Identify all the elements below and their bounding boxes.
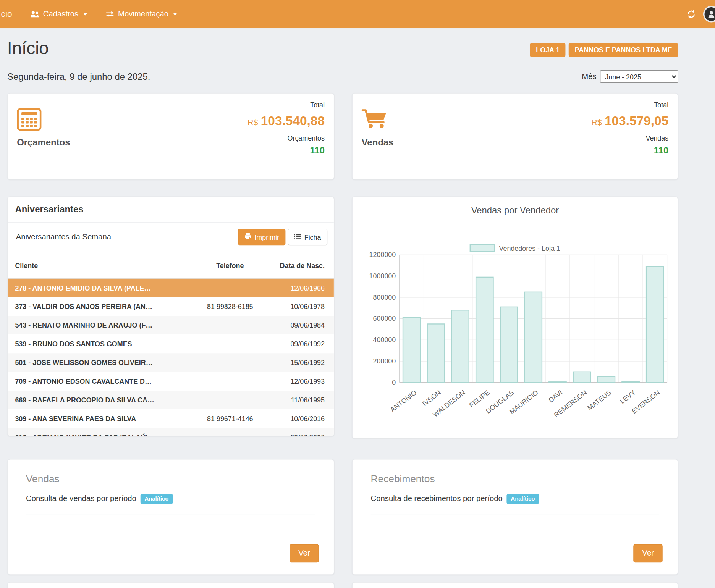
table-row[interactable]: 501 - JOSE WELISSON GOMES OLIVEIR…15/06/… — [8, 353, 334, 372]
chart-title: Vendas por Vendedor — [353, 205, 678, 215]
phone-cell — [190, 353, 270, 372]
client-cell: 309 - ANA SEVERINA PAES DA SILVA — [8, 409, 190, 428]
ficha-button[interactable]: Ficha — [288, 229, 327, 245]
birthdate-cell: 09/06/2020 — [270, 428, 334, 436]
aniversariantes-title: Aniversariantes — [15, 204, 326, 215]
recebimentos-panel: Recebimentos Consulta de recebimentos po… — [352, 459, 678, 575]
vendas-title: Vendas — [362, 137, 394, 147]
total-label: Total — [591, 101, 668, 108]
chart-bar-ivson — [427, 324, 445, 382]
menu-cadastros[interactable]: Cadastros — [30, 10, 87, 19]
menu-movimentacao[interactable]: Movimentação — [105, 10, 177, 19]
currency-symbol: R$ — [591, 118, 602, 127]
chevron-down-icon — [173, 13, 177, 15]
exchange-icon — [105, 11, 115, 18]
client-cell: 278 - ANTONIO EMIDIO DA SILVA (PALE… — [8, 278, 190, 297]
table-row[interactable]: 309 - ANA SEVERINA PAES DA SILVA81 99671… — [8, 409, 334, 428]
refresh-icon[interactable] — [687, 10, 696, 19]
month-label: Mês — [582, 72, 596, 81]
chart-bar-davi — [549, 382, 566, 383]
chart-tick-label: 200000 — [373, 357, 396, 365]
chart-tick-label: DAVI — [547, 389, 564, 404]
chart-tick-label: ANTONIO — [389, 389, 418, 414]
menu-cadastros-label: Cadastros — [43, 10, 79, 19]
phone-cell — [190, 372, 270, 391]
currency-symbol: R$ — [247, 118, 258, 127]
app-viewport: Início Cadastros — [0, 0, 715, 588]
table-row[interactable]: 539 - BRUNO DOS SANTOS GOMES09/06/1992 — [8, 334, 334, 353]
chart-tick-label: 400000 — [373, 336, 396, 344]
chart-legend[interactable]: Vendedores - Loja 1 — [353, 244, 678, 252]
table-row[interactable]: 278 - ANTONIO EMIDIO DA SILVA (PALE…12/0… — [8, 278, 334, 297]
calculator-icon — [17, 108, 41, 132]
chart-tick-label: MATEUS — [586, 389, 613, 412]
chart-tick-label: 800000 — [373, 294, 396, 301]
company-badge[interactable]: PANNOS E PANNOS LTDA ME — [569, 43, 678, 57]
aniversariantes-table: Cliente Telefone Data de Nasc. 278 - ANT… — [8, 252, 334, 436]
birthdate-cell: 10/06/2016 — [270, 409, 334, 428]
imprimir-button[interactable]: Imprimir — [238, 229, 285, 245]
orcamentos-count: 110 — [247, 145, 325, 156]
birthdate-cell: 15/06/1992 — [270, 353, 334, 372]
table-row[interactable]: 543 - RENATO MARINHO DE ARAUJO (F…09/06/… — [8, 316, 334, 334]
analitico-badge: Analítico — [507, 494, 539, 503]
table-header-row: Cliente Telefone Data de Nasc. — [8, 252, 334, 278]
shopping-cart-icon — [362, 108, 387, 131]
count-label: Vendas — [591, 134, 668, 142]
vendas-panel-description: Consulta de vendas por período — [26, 494, 136, 503]
imprimir-label: Imprimir — [254, 233, 279, 241]
store-badge[interactable]: LOJA 1 — [530, 43, 566, 57]
chart-tick-label: IVSON — [421, 389, 442, 408]
month-select[interactable]: June - 2025 — [600, 70, 678, 83]
user-avatar[interactable] — [703, 6, 715, 23]
table-row[interactable]: 709 - ANTONIO EDSON CAVALCANTE D…12/06/1… — [8, 372, 334, 391]
client-cell: 616 - ADRIANO XAVIER DA PAZ (BALAÚ) — [8, 428, 190, 436]
chart-bar-mauricio — [525, 292, 542, 383]
table-row[interactable]: 616 - ADRIANO XAVIER DA PAZ (BALAÚ)09/06… — [8, 428, 334, 436]
total-label: Total — [247, 101, 325, 108]
table-row[interactable]: 373 - VALDIR DOS ANJOS PEREIRA (AN…81 99… — [8, 297, 334, 316]
divider — [371, 514, 660, 515]
chart-tick-label: 0 — [392, 379, 396, 386]
ver-vendas-button[interactable]: Ver — [290, 544, 319, 562]
recebimentos-panel-title: Recebimentos — [371, 473, 660, 485]
recebimentos-panel-description: Consulta de recebimentos por período — [371, 494, 503, 503]
list-icon — [294, 233, 301, 241]
client-cell: 543 - RENATO MARINHO DE ARAUJO (F… — [8, 316, 190, 334]
client-cell: 669 - RAFAELA PROCOPIO DA SILVA CA… — [8, 391, 190, 409]
chart-bar-waldeson — [451, 310, 469, 382]
users-icon — [30, 10, 39, 18]
col-data-nasc: Data de Nasc. — [270, 252, 334, 278]
phone-cell — [190, 334, 270, 353]
table-row[interactable]: 669 - RAFAELA PROCOPIO DA SILVA CA…11/06… — [8, 391, 334, 409]
ver-recebimentos-button[interactable]: Ver — [634, 544, 663, 562]
vendas-card: Vendas Total R$103.579,05 Vendas 110 — [352, 93, 678, 180]
vendas-por-vendedor-card: Vendas por Vendedor Vendedores - Loja 1 … — [352, 197, 678, 439]
brand-inicio-link[interactable]: Início — [0, 9, 12, 19]
chevron-down-icon — [83, 13, 87, 15]
chart-bar-mateus — [598, 376, 615, 382]
client-cell: 501 - JOSE WELISSON GOMES OLIVEIR… — [8, 353, 190, 372]
cut-off-card — [352, 582, 678, 588]
chart-bar-levy — [622, 381, 639, 383]
birthdate-cell: 09/06/1984 — [270, 316, 334, 334]
phone-cell — [190, 428, 270, 436]
col-cliente: Cliente — [8, 252, 190, 278]
col-telefone: Telefone — [190, 252, 270, 278]
phone-cell: 81 99828-6185 — [190, 297, 270, 316]
main-content: Início LOJA 1 PANNOS E PANNOS LTDA ME Se… — [0, 28, 685, 588]
phone-cell: 81 99671-4146 — [190, 409, 270, 428]
vendas-total-amount: R$103.579,05 — [591, 114, 668, 128]
vendas-panel: Vendas Consulta de vendas por período An… — [7, 459, 334, 575]
aniversariantes-card: Aniversariantes Aniversariantes da Seman… — [7, 197, 334, 436]
vendas-chart: 020000040000060000080000010000001200000A… — [353, 252, 678, 425]
chart-tick-label: 1200000 — [369, 252, 396, 258]
legend-swatch — [470, 244, 495, 252]
current-date-text: Segunda-feira, 9 de junho de 2025. — [7, 71, 150, 82]
phone-cell — [190, 391, 270, 409]
vendas-panel-title: Vendas — [26, 473, 315, 485]
printer-icon — [244, 233, 251, 241]
chart-bar-antonio — [403, 318, 420, 383]
chart-bar-felipe — [476, 277, 493, 383]
orcamentos-title: Orçamentos — [17, 137, 70, 147]
